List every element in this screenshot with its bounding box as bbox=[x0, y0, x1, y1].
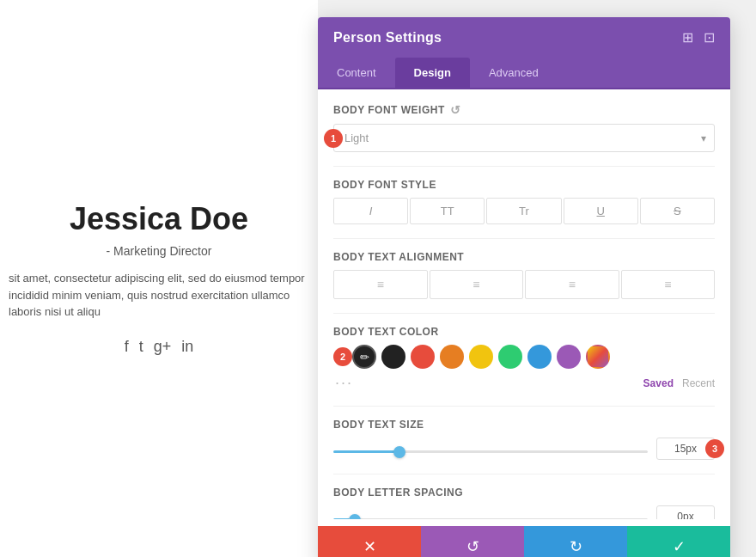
color-blue-swatch[interactable] bbox=[527, 345, 552, 369]
divider-4 bbox=[333, 406, 715, 407]
panel-header-icons: ⊞ ⊡ bbox=[682, 29, 715, 46]
step-badge-1: 1 bbox=[324, 129, 343, 148]
divider-3 bbox=[333, 313, 715, 314]
font-style-label: Body Font Style bbox=[333, 179, 715, 191]
text-size-slider-wrap bbox=[333, 441, 648, 456]
style-underline-btn[interactable]: U bbox=[564, 198, 638, 224]
tab-advanced[interactable]: Advanced bbox=[470, 58, 558, 88]
style-italic-btn[interactable]: I bbox=[333, 198, 408, 224]
social-twitter-icon[interactable]: t bbox=[139, 338, 143, 356]
font-weight-reset-icon[interactable]: ↺ bbox=[450, 103, 461, 117]
align-justify-btn[interactable]: ≡ bbox=[621, 270, 716, 299]
font-weight-label: Body Font Weight ↺ bbox=[333, 103, 715, 117]
style-capitalize-btn[interactable]: Tr bbox=[486, 198, 561, 224]
color-yellow-swatch[interactable] bbox=[469, 345, 493, 369]
color-pencil-wrap: 2 ✏ bbox=[333, 345, 376, 369]
panel-title: Person Settings bbox=[333, 30, 442, 46]
color-pencil-swatch[interactable]: ✏ bbox=[352, 345, 376, 369]
align-center-btn[interactable]: ≡ bbox=[430, 270, 524, 299]
color-gradient-swatch[interactable] bbox=[586, 345, 610, 369]
panel-header: Person Settings ⊞ ⊡ bbox=[318, 17, 730, 58]
preview-social: f t g+ in bbox=[125, 338, 194, 356]
text-size-control: 3 bbox=[333, 438, 715, 460]
text-size-label: Body Text Size bbox=[333, 419, 715, 431]
social-gplus-icon[interactable]: g+ bbox=[154, 338, 172, 356]
text-alignment-label: Body Text Alignment bbox=[333, 251, 715, 263]
text-color-label: Body Text Color bbox=[333, 326, 715, 338]
panel-body: Body Font Weight ↺ 1 Light Normal Bold E… bbox=[318, 89, 730, 519]
divider-5 bbox=[333, 474, 715, 474]
text-size-slider[interactable] bbox=[333, 450, 648, 453]
text-color-row: 2 ✏ ··· Saved Recent bbox=[333, 345, 715, 392]
social-linkedin-icon[interactable]: in bbox=[181, 338, 193, 356]
color-green-swatch[interactable] bbox=[498, 345, 522, 369]
color-swatches: 2 ✏ bbox=[333, 345, 715, 369]
redo-button[interactable]: ↻ bbox=[524, 526, 627, 557]
letter-spacing-slider[interactable] bbox=[333, 518, 648, 519]
color-extra-row: ··· Saved Recent bbox=[333, 374, 715, 392]
preview-area: Jessica Doe - Marketing Director sit ame… bbox=[0, 0, 318, 557]
panel-footer: ✕ ↺ ↻ ✓ bbox=[318, 526, 730, 557]
text-size-slider-row: 3 bbox=[333, 438, 715, 460]
color-purple-swatch[interactable] bbox=[557, 345, 581, 369]
tab-content[interactable]: Content bbox=[318, 58, 395, 88]
letter-spacing-value-wrap bbox=[656, 505, 715, 519]
settings-panel: Person Settings ⊞ ⊡ Content Design Advan… bbox=[318, 17, 730, 557]
save-button[interactable]: ✓ bbox=[627, 526, 730, 557]
saved-recent: Saved Recent bbox=[643, 377, 715, 389]
letter-spacing-slider-row bbox=[333, 505, 715, 519]
font-weight-select-wrap: 1 Light Normal Bold Extra Bold ▾ bbox=[333, 124, 715, 152]
color-black-swatch[interactable] bbox=[381, 345, 405, 369]
font-style-row: I TT Tr U S bbox=[333, 198, 715, 224]
tab-design[interactable]: Design bbox=[395, 58, 470, 88]
preview-title: - Marketing Director bbox=[107, 244, 212, 258]
color-red-swatch[interactable] bbox=[411, 345, 435, 369]
letter-spacing-value[interactable] bbox=[656, 505, 715, 519]
align-left-btn[interactable]: ≡ bbox=[333, 270, 428, 299]
style-uppercase-btn[interactable]: TT bbox=[410, 198, 485, 224]
font-weight-select-row: 1 Light Normal Bold Extra Bold ▾ bbox=[333, 124, 715, 152]
recent-label[interactable]: Recent bbox=[682, 377, 715, 389]
undo-button[interactable]: ↺ bbox=[421, 526, 524, 557]
cancel-button[interactable]: ✕ bbox=[318, 526, 421, 557]
preview-name: Jessica Doe bbox=[70, 201, 248, 237]
social-facebook-icon[interactable]: f bbox=[125, 338, 129, 356]
saved-label[interactable]: Saved bbox=[643, 377, 674, 389]
text-alignment-row: ≡ ≡ ≡ ≡ bbox=[333, 270, 715, 299]
color-orange-swatch[interactable] bbox=[440, 345, 464, 369]
step-badge-3: 3 bbox=[705, 439, 724, 458]
tabs: Content Design Advanced bbox=[318, 58, 730, 89]
expand-icon[interactable]: ⊞ bbox=[682, 29, 693, 46]
font-weight-select[interactable]: Light Normal Bold Extra Bold bbox=[333, 124, 715, 152]
color-more-icon[interactable]: ··· bbox=[335, 374, 353, 392]
letter-spacing-label: Body Letter Spacing bbox=[333, 487, 715, 499]
align-right-btn[interactable]: ≡ bbox=[525, 270, 619, 299]
preview-body: sit amet, consectetur adipiscing elit, s… bbox=[0, 270, 318, 321]
step-badge-2: 2 bbox=[333, 347, 352, 366]
letter-spacing-slider-wrap bbox=[333, 509, 648, 519]
collapse-icon[interactable]: ⊡ bbox=[704, 29, 715, 46]
text-size-value-wrap: 3 bbox=[656, 438, 715, 460]
divider-2 bbox=[333, 238, 715, 239]
letter-spacing-control bbox=[333, 505, 715, 519]
style-strikethrough-btn[interactable]: S bbox=[640, 198, 715, 224]
divider-1 bbox=[333, 166, 715, 167]
